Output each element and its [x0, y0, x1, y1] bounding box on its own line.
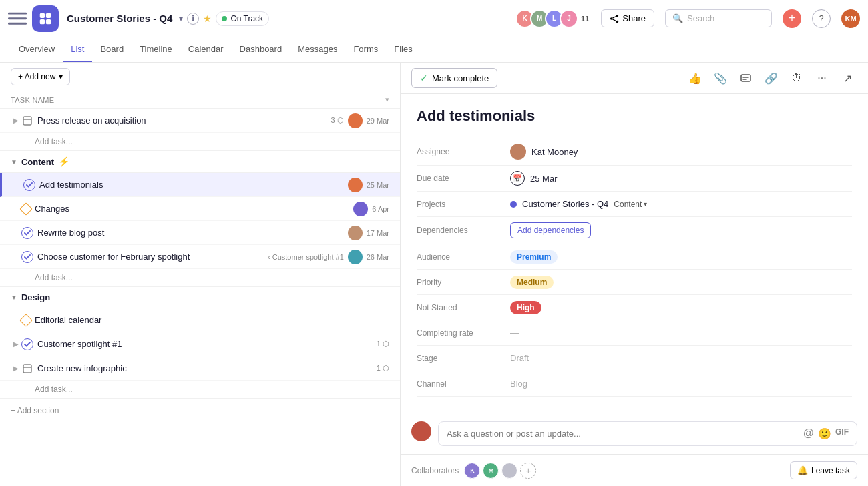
tab-calendar[interactable]: Calendar: [180, 37, 232, 62]
tab-timeline[interactable]: Timeline: [132, 37, 180, 62]
dependencies-value: Add dependencies: [510, 222, 591, 238]
add-task-row[interactable]: Add task...: [0, 133, 400, 151]
project-name[interactable]: Customer Stories - Q4: [522, 199, 608, 209]
col-sort-icon[interactable]: ▾: [385, 95, 389, 104]
detail-fields: Assignee Kat Mooney Due date 📅 25 Mar: [417, 138, 852, 397]
assignee-value[interactable]: Kat Mooney: [510, 144, 578, 160]
due-date-value[interactable]: 📅 25 Mar: [510, 171, 557, 186]
task-row[interactable]: ▶ Customer spotlight #1 1 ⬡: [0, 332, 400, 356]
add-section-row[interactable]: + Add section: [0, 399, 400, 422]
attachment-button[interactable]: 📎: [710, 68, 730, 88]
add-task-row-content[interactable]: Add task...: [0, 269, 400, 287]
search-box[interactable]: 🔍 Search: [665, 9, 772, 27]
due-date-field: Due date 📅 25 Mar: [417, 166, 852, 192]
task-row[interactable]: ▶ Create new infographic 1 ⬡: [0, 356, 400, 381]
tab-board[interactable]: Board: [92, 37, 132, 62]
expand-button[interactable]: ↗: [837, 68, 857, 88]
completing-rate-label: Completing rate: [417, 328, 510, 338]
parent-ref: ‹ Customer spotlight #1: [268, 253, 344, 261]
comment-area: @ 🙂 GIF: [401, 413, 868, 454]
tab-overview[interactable]: Overview: [11, 37, 63, 62]
task-meta: 6 Apr: [353, 202, 389, 216]
section-content[interactable]: ▼ Content ⚡: [0, 151, 400, 173]
task-row[interactable]: Editorial calendar: [0, 308, 400, 332]
priority-value[interactable]: Medium: [510, 276, 554, 289]
bell-icon: 🔔: [797, 465, 808, 475]
menu-icon[interactable]: [8, 9, 27, 28]
user-avatar[interactable]: KM: [841, 9, 860, 28]
section-name: Content: [21, 157, 54, 167]
add-button[interactable]: +: [783, 9, 801, 28]
share-button[interactable]: Share: [601, 9, 654, 27]
subtask-count: 1 ⬡: [377, 364, 389, 373]
list-toolbar: + Add new ▾: [0, 63, 400, 91]
add-new-label: + Add new: [18, 72, 55, 81]
add-new-button[interactable]: + Add new ▾: [11, 68, 70, 85]
link-button[interactable]: 🔗: [761, 68, 781, 88]
expand-icon[interactable]: [11, 228, 21, 238]
emoji-icon[interactable]: 🙂: [818, 427, 831, 440]
channel-value[interactable]: Blog: [510, 379, 527, 389]
expand-icon[interactable]: [11, 252, 21, 262]
task-row[interactable]: ▶ Press release on acquisition 3 ⬡ 29 Ma…: [0, 109, 400, 133]
add-collaborator-button[interactable]: +: [520, 463, 536, 479]
comment-input[interactable]: [447, 429, 799, 439]
audience-value[interactable]: Premium: [510, 250, 558, 264]
task-row[interactable]: Choose customer for February spotlight ‹…: [0, 245, 400, 269]
at-icon[interactable]: @: [803, 427, 814, 440]
task-row[interactable]: Changes 6 Apr: [0, 197, 400, 221]
completing-rate-value: —: [510, 328, 519, 338]
timer-button[interactable]: ⏱: [787, 68, 807, 88]
app-icon[interactable]: [32, 5, 59, 32]
priority-label: Priority: [417, 278, 510, 287]
svg-point-9: [616, 20, 619, 23]
expand-icon[interactable]: ▶: [11, 115, 21, 126]
expand-icon[interactable]: ▶: [11, 339, 21, 350]
tab-files[interactable]: Files: [386, 37, 420, 62]
task-check-done[interactable]: [23, 179, 35, 191]
help-button[interactable]: ?: [812, 9, 831, 28]
svg-point-7: [610, 17, 613, 20]
mark-complete-button[interactable]: ✓ Mark complete: [411, 68, 497, 88]
add-task-row-design[interactable]: Add task...: [0, 381, 400, 399]
info-icon[interactable]: ℹ: [187, 13, 199, 25]
member-avatars[interactable]: K M L J 11: [515, 9, 589, 28]
expand-icon[interactable]: ▶: [11, 363, 21, 374]
priority-badge: Medium: [510, 276, 554, 289]
task-check-done[interactable]: [21, 251, 33, 263]
stage-value[interactable]: Draft: [510, 353, 529, 363]
leave-task-button[interactable]: 🔔 Leave task: [790, 461, 857, 479]
assignee-avatar: [510, 144, 526, 160]
audience-label: Audience: [417, 252, 510, 262]
add-dependencies-button[interactable]: Add dependencies: [510, 222, 591, 238]
task-row[interactable]: Rewrite blog post 17 Mar: [0, 221, 400, 245]
tab-dashboard[interactable]: Dashboard: [232, 37, 290, 62]
tab-forms[interactable]: Forms: [345, 37, 386, 62]
gif-icon[interactable]: GIF: [835, 427, 849, 440]
title-dropdown-icon[interactable]: ▾: [179, 14, 183, 23]
task-check-done[interactable]: [21, 338, 33, 350]
task-name: Choose customer for February spotlight: [37, 252, 268, 262]
section-chevron-icon: ▼: [11, 158, 17, 166]
content-chevron-icon: ▾: [644, 200, 647, 208]
task-name: Changes: [35, 204, 353, 214]
status-badge[interactable]: On Track: [216, 11, 269, 26]
title-controls: ▾ ℹ ★ On Track: [179, 11, 269, 26]
subtask-button[interactable]: [736, 68, 756, 88]
tab-list[interactable]: List: [63, 37, 92, 62]
projects-field: Projects Customer Stories - Q4 Content ▾: [417, 192, 852, 217]
add-new-chevron-icon: ▾: [59, 72, 63, 81]
svg-rect-1: [8, 17, 27, 19]
task-name: Add testimonials: [39, 180, 348, 190]
more-button[interactable]: ···: [812, 68, 832, 88]
section-design[interactable]: ▼ Design: [0, 287, 400, 308]
not-started-value[interactable]: High: [510, 301, 541, 314]
task-check-done[interactable]: [21, 227, 33, 239]
expand-icon[interactable]: [13, 180, 23, 190]
tab-messages[interactable]: Messages: [290, 37, 345, 62]
thumbsup-button[interactable]: 👍: [685, 68, 705, 88]
star-icon[interactable]: ★: [203, 13, 212, 24]
due-date-label: Due date: [417, 174, 510, 183]
content-tag[interactable]: Content ▾: [614, 200, 647, 209]
task-row[interactable]: Add testimonials 25 Mar: [0, 173, 400, 197]
